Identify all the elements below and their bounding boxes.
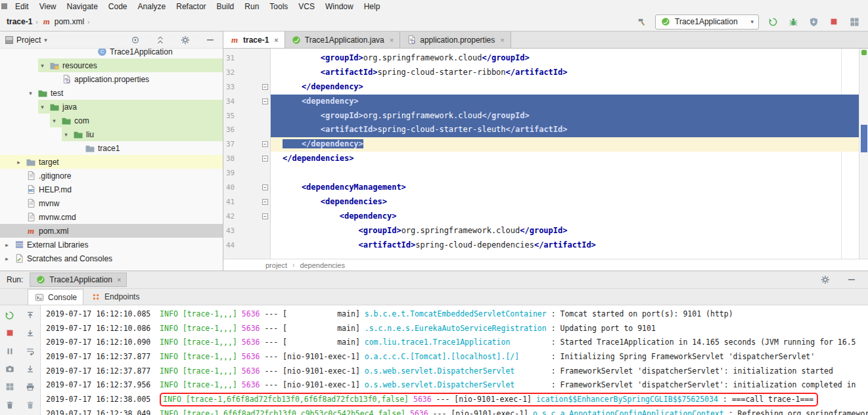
- editor-tab-trace-1[interactable]: mtrace-1×: [223, 32, 285, 48]
- breadcrumb-item-pom-xml[interactable]: mpom.xml: [41, 16, 84, 27]
- hide-icon[interactable]: [844, 273, 859, 287]
- menu-navigate[interactable]: Navigate: [61, 1, 103, 12]
- close-icon[interactable]: ×: [500, 36, 504, 44]
- console-tab-label: Console: [48, 293, 77, 302]
- layout-icon[interactable]: [847, 14, 861, 29]
- fold-marker[interactable]: −: [262, 141, 268, 147]
- editor-tab-application-properties[interactable]: application.properties×: [400, 32, 511, 48]
- close-icon[interactable]: ×: [274, 36, 278, 44]
- fold-marker[interactable]: −: [262, 84, 268, 90]
- menu-vcs[interactable]: VCS: [293, 1, 320, 12]
- chevron-down-icon[interactable]: ▾: [38, 104, 47, 110]
- tree-item-test[interactable]: ▾test: [0, 86, 223, 100]
- print-icon[interactable]: [23, 382, 37, 392]
- soft-wrap-icon[interactable]: [23, 346, 37, 357]
- log-trace-id: [trace-1,,,]: [183, 380, 237, 389]
- code-editor[interactable]: <groupId>org.springframework.cloud</grou…: [271, 49, 868, 259]
- menu-tools[interactable]: Tools: [264, 1, 293, 12]
- tree-item-resources[interactable]: ▾resources: [0, 58, 223, 72]
- code-line-38: </dependencies>: [271, 152, 868, 166]
- menu-edit[interactable]: Edit: [10, 1, 34, 12]
- tree-item-mvnw[interactable]: mvnw: [0, 196, 223, 210]
- log-message: : Tomcat started on port(s): 9101 (http): [551, 309, 733, 318]
- rerun-icon[interactable]: [3, 310, 17, 320]
- dump-threads-icon[interactable]: [3, 364, 17, 374]
- breadcrumb-item-trace-1[interactable]: trace-1: [7, 17, 32, 26]
- editor-scrollbar[interactable]: [859, 49, 868, 259]
- gear-icon[interactable]: [178, 33, 193, 47]
- stop-icon[interactable]: [827, 14, 841, 29]
- down-stack-icon[interactable]: [23, 328, 37, 338]
- menu-help[interactable]: Help: [359, 1, 386, 12]
- menu-run[interactable]: Run: [239, 1, 264, 12]
- tab-console[interactable]: Console: [28, 289, 83, 305]
- chevron-right-icon[interactable]: ▸: [3, 242, 11, 248]
- up-stack-icon[interactable]: [23, 310, 37, 320]
- close-icon[interactable]: ×: [390, 36, 394, 44]
- chevron-right-icon[interactable]: ▸: [14, 159, 23, 165]
- scroll-end-icon[interactable]: [23, 364, 37, 374]
- tree-item-pom-xml[interactable]: mpom.xml: [0, 224, 223, 238]
- clear-all-icon[interactable]: [23, 400, 37, 410]
- log-thread: [ main]: [283, 309, 360, 318]
- console-body: 2019-07-17 16:12:10.085 INFO [trace-1,,,…: [0, 305, 868, 415]
- menu-window[interactable]: Window: [320, 1, 359, 12]
- console-output[interactable]: 2019-07-17 16:12:10.085 INFO [trace-1,,,…: [41, 305, 868, 415]
- chevron-down-icon[interactable]: ▾: [26, 90, 35, 97]
- tree-item-external-libraries[interactable]: ▸External Libraries: [0, 238, 223, 251]
- gutter-line-37: 37−: [223, 137, 270, 152]
- fold-marker[interactable]: −: [262, 98, 268, 104]
- debug-icon[interactable]: [786, 14, 800, 29]
- fold-marker[interactable]: −: [262, 213, 268, 219]
- project-panel-title[interactable]: Project: [16, 35, 41, 45]
- run-config-select[interactable]: Trace1Application ▾: [655, 14, 759, 30]
- rerun-icon[interactable]: [765, 14, 780, 29]
- tab-endpoints[interactable]: Endpoints: [85, 289, 145, 305]
- console-toolbar-col1: [2, 310, 18, 410]
- menu-refactor[interactable]: Refactor: [171, 1, 211, 12]
- gutter-line-31: 31: [223, 51, 270, 66]
- tree-item-help-md[interactable]: MDHELP.md: [0, 183, 223, 196]
- chevron-down-icon[interactable]: ▾: [38, 62, 47, 69]
- menu-view[interactable]: View: [34, 1, 62, 12]
- chevron-down-icon[interactable]: ▾: [44, 37, 47, 43]
- fold-marker[interactable]: −: [262, 199, 268, 205]
- menu-build[interactable]: Build: [212, 1, 240, 12]
- coverage-icon[interactable]: [806, 14, 821, 29]
- editor-tab-trace1application-java[interactable]: Trace1Application.java×: [285, 32, 400, 48]
- tree-item-target[interactable]: ▸target: [0, 155, 223, 169]
- tree-item-com[interactable]: ▾com: [0, 114, 223, 127]
- code-line-36: <artifactId>spring-cloud-starter-sleuth<…: [271, 123, 868, 137]
- stop-icon[interactable]: [3, 328, 17, 338]
- close-icon[interactable]: ×: [117, 276, 121, 284]
- build-icon[interactable]: [634, 14, 649, 29]
- tree-item-liu[interactable]: ▾liu: [0, 127, 223, 141]
- chevron-right-icon[interactable]: ▸: [3, 255, 11, 262]
- menu-analyze[interactable]: Analyze: [133, 1, 171, 12]
- code-line-32: <artifactId>spring-cloud-starter-ribbon<…: [271, 66, 868, 80]
- fold-marker[interactable]: −: [262, 185, 268, 190]
- run-tab-trace1application[interactable]: Trace1Application ×: [30, 273, 127, 287]
- restore-layout-icon[interactable]: [3, 382, 17, 392]
- editor-breadcrumb-project[interactable]: project: [265, 261, 287, 269]
- chevron-down-icon[interactable]: ▾: [62, 131, 70, 138]
- chevron-down-icon[interactable]: ▾: [50, 118, 58, 124]
- fold-marker[interactable]: −: [262, 156, 268, 162]
- locate-icon[interactable]: [128, 33, 143, 47]
- pause-output-icon[interactable]: [3, 346, 17, 357]
- code-line-text: </dependency>: [283, 82, 363, 91]
- tree-item-mvnw-cmd[interactable]: mvnw.cmd: [0, 210, 223, 224]
- tree-item-trace1[interactable]: trace1: [0, 141, 223, 155]
- tree-item-gitignore[interactable]: .gitignore: [0, 169, 223, 183]
- tree-item-scratches-and-consoles[interactable]: ▸Scratches and Consoles: [0, 251, 223, 265]
- tree-item-java[interactable]: ▾java: [0, 100, 223, 114]
- log-line: 2019-07-17 16:12:38.005 INFO [trace-1,6f…: [46, 393, 868, 407]
- collapse-all-icon[interactable]: [153, 33, 168, 47]
- tree-item-application-properties[interactable]: application.properties: [0, 72, 223, 86]
- gc-icon[interactable]: [3, 400, 17, 410]
- tree-item-trace1application[interactable]: CTrace1Application: [0, 49, 223, 58]
- gear-icon[interactable]: [818, 273, 833, 287]
- hide-icon[interactable]: [203, 33, 217, 47]
- editor-breadcrumb-dependencies[interactable]: dependencies: [300, 261, 345, 269]
- menu-code[interactable]: Code: [103, 1, 133, 12]
